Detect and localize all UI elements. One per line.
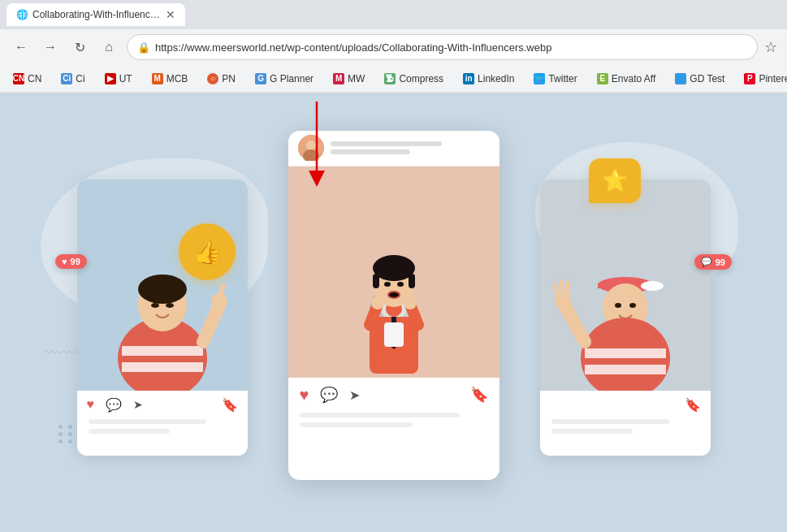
svg-rect-5 [122,362,203,372]
right-card-footer [540,419,711,434]
bookmark-twitter-label: Twitter [548,73,577,84]
bookmark-ut[interactable]: ▶ UT [98,70,139,88]
center-social-card: ♥ 💬 ➤ 🔖 [288,131,499,480]
cn-favicon: CN [13,73,24,84]
notif-count-right: 99 [716,257,725,267]
center-card-avatar [298,135,324,161]
right-footer-line-1 [551,419,670,424]
bookmark-envato[interactable]: E Envato Aff [590,70,663,88]
bookmark-ci-label: Ci [76,73,84,84]
bookmark-gplanner-label: G Planner [270,73,314,84]
heart-icon-left: ♥ [62,257,67,266]
chat-icon-right: 💬 [701,257,712,267]
thumbs-up-icon: 👍 [193,239,222,266]
address-input[interactable] [155,41,747,54]
bookmarks-bar: CN CN Ci Ci ▶ UT M MCB ○ PN G G Planner [0,65,787,93]
bookmark-pinterest-label: Pinterest [759,73,787,84]
left-social-card: ♥ 💬 ➤ 🔖 [77,179,248,456]
bookmark-gplanner[interactable]: G G Planner [249,70,320,88]
active-tab[interactable]: 🌐 Collaborating-With-Influencers ✕ [6,3,185,26]
bookmark-cn[interactable]: CN CN [6,70,48,88]
bookmark-cn-label: CN [28,73,41,84]
svg-point-42 [615,303,621,308]
mcb-favicon: M [152,73,163,84]
left-footer-line-2 [89,429,170,434]
share-action-center[interactable]: ➤ [349,387,360,403]
svg-rect-45 [585,348,666,358]
comment-action-center[interactable]: 💬 [320,386,338,404]
bookmark-action-left[interactable]: 🔖 [222,397,238,413]
right-social-card: 🔖 [540,179,711,456]
bookmark-compress-label: Compress [399,73,443,84]
bookmark-envato-label: Envato Aff [612,73,656,84]
bookmark-gdtest[interactable]: 🌐 GD Test [668,70,731,88]
tab-close-button[interactable]: ✕ [166,8,175,21]
gdtest-favicon: 🌐 [675,73,686,84]
home-button[interactable]: ⌂ [97,36,120,58]
heart-action-left[interactable]: ♥ [87,397,95,412]
svg-point-9 [166,303,174,308]
left-card-actions: ♥ 💬 ➤ 🔖 [77,391,248,419]
bookmark-mcb-label: MCB [166,73,188,84]
svg-point-14 [306,141,316,150]
content-area: 〰〰〰 〰〰〰 ♥ 99 💬 99 👍 ⭐ [0,93,787,532]
bookmark-pinterest[interactable]: P Pinterest [737,70,787,88]
right-person-svg [540,179,711,391]
share-action-left[interactable]: ➤ [133,398,143,411]
svg-rect-27 [373,274,379,288]
envato-favicon: E [597,73,608,84]
right-card-image [540,179,711,391]
notif-badge-left: ♥ 99 [55,254,87,269]
right-card-actions: 🔖 [540,391,711,419]
bookmark-linkedin[interactable]: in LinkedIn [456,70,521,88]
address-bar-container[interactable]: 🔒 [127,34,758,60]
svg-rect-4 [122,346,203,356]
center-card-header-lines [331,141,490,154]
bookmark-ut-label: UT [119,73,132,84]
pn-favicon: ○ [207,73,218,84]
tab-bar: 🌐 Collaborating-With-Influencers ✕ [0,0,787,29]
center-person-svg [288,167,499,378]
bookmark-pn[interactable]: ○ PN [201,70,242,88]
bookmark-linkedin-label: LinkedIn [478,73,514,84]
reload-button[interactable]: ↻ [68,36,91,58]
svg-point-8 [151,303,159,308]
tab-favicon: 🌐 [16,9,28,20]
svg-point-30 [397,282,404,287]
lock-icon: 🔒 [137,41,150,54]
svg-point-36 [404,296,417,309]
forward-button[interactable]: → [39,36,62,58]
left-footer-line-1 [89,419,207,424]
bookmark-ci[interactable]: Ci Ci [54,70,91,88]
right-footer-line-2 [551,429,633,434]
bookmark-pn-label: PN [222,73,236,84]
back-button[interactable]: ← [10,36,32,58]
bookmark-mw[interactable]: M MW [326,70,371,88]
bookmark-star-button[interactable]: ☆ [764,38,777,56]
gplanner-favicon: G [255,73,266,84]
left-card-image [77,179,248,391]
svg-point-32 [389,292,399,297]
svg-rect-28 [409,274,415,288]
bookmark-compress[interactable]: 🗜 Compress [378,70,450,88]
browser-chrome: 🌐 Collaborating-With-Influencers ✕ ← → ↻… [0,0,787,93]
comment-action-left[interactable]: 💬 [106,397,122,413]
bookmark-mcb[interactable]: M MCB [145,70,195,88]
bookmark-action-center[interactable]: 🔖 [470,386,488,404]
twitter-favicon: 🐦 [534,73,545,84]
svg-point-40 [641,281,664,291]
svg-point-35 [371,296,384,309]
wavy-left: 〰〰〰 [45,345,79,362]
svg-point-29 [384,282,391,287]
bookmark-action-right[interactable]: 🔖 [685,397,701,413]
left-card-footer [77,419,248,434]
star-icon: ⭐ [602,168,628,192]
pinterest-favicon: P [744,73,755,84]
bookmark-twitter[interactable]: 🐦 Twitter [527,70,583,88]
heart-action-center[interactable]: ♥ [300,386,309,404]
avatar-svg [298,135,324,161]
linkedin-favicon: in [463,73,474,84]
ut-favicon: ▶ [105,73,116,84]
center-card-actions: ♥ 💬 ➤ 🔖 [288,378,499,413]
svg-point-43 [629,303,636,308]
